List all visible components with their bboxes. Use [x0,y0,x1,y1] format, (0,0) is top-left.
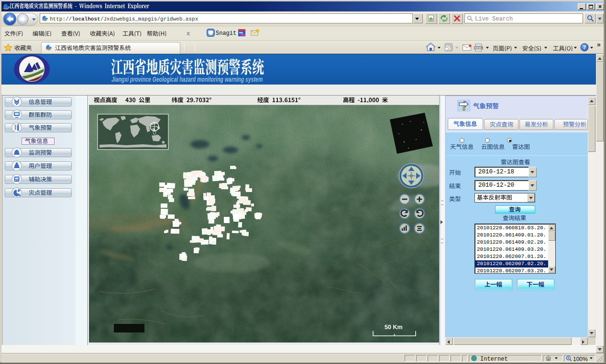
svg-text:50 Km: 50 Km [385,324,403,331]
svg-text:?: ? [583,44,586,51]
